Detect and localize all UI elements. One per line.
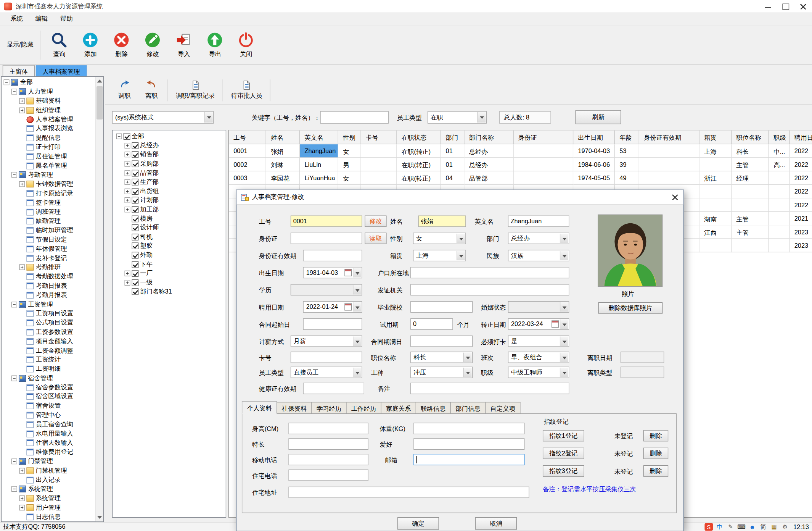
table-cell[interactable]: 2022 <box>790 158 812 171</box>
table-cell[interactable]: 中... <box>769 144 789 158</box>
dept-tree-item[interactable]: 全部 <box>114 132 224 141</box>
nav-tree-item[interactable]: 工资参数设置 <box>2 328 95 337</box>
table-cell[interactable]: 刘琳 <box>266 158 300 171</box>
dept-tree-item[interactable]: 加工部 <box>114 205 224 214</box>
column-header-1[interactable]: 姓名 <box>266 130 300 144</box>
nav-tree-item[interactable]: 缺勤管理 <box>2 216 95 226</box>
fingerprint-delete-button-3[interactable]: 删除 <box>643 465 668 477</box>
table-cell[interactable]: 1984-06-06 <box>573 158 615 171</box>
dept-tree-item[interactable]: 生产部 <box>114 178 224 187</box>
table-cell[interactable]: 0001 <box>229 144 266 158</box>
table-cell[interactable]: 总经办 <box>465 158 514 171</box>
nav-tree-item[interactable]: 年休假管理 <box>2 244 95 253</box>
tree-expander-icon[interactable] <box>124 152 130 158</box>
checkbox-checked-icon[interactable] <box>132 243 139 250</box>
dept-tree-item[interactable]: 下午 <box>114 260 224 269</box>
field-education[interactable] <box>291 284 362 295</box>
table-cell[interactable]: 04 <box>441 171 464 185</box>
nav-tree-item[interactable]: 人力管理 <box>2 87 95 96</box>
tree-expander-icon[interactable] <box>11 172 17 178</box>
field-issuer[interactable] <box>410 284 569 295</box>
table-cell[interactable]: LiYuanHua <box>300 171 338 185</box>
dept-tree-item[interactable]: 计划部 <box>114 196 224 205</box>
checkbox-checked-icon[interactable] <box>132 197 139 204</box>
dept-tree-item[interactable]: 司机 <box>114 232 224 242</box>
table-cell[interactable] <box>699 239 732 252</box>
table-cell[interactable] <box>514 158 573 171</box>
table-cell[interactable]: LiuLin <box>300 158 338 171</box>
table-cell[interactable]: 53 <box>615 144 639 158</box>
field-card_no[interactable] <box>291 352 362 363</box>
tree-expander-icon[interactable] <box>19 468 25 474</box>
dept-tree-item[interactable]: 部门名称31 <box>114 287 224 296</box>
employee-type-select[interactable]: 在职 <box>428 111 487 124</box>
table-cell[interactable] <box>769 185 789 198</box>
pfield-height[interactable] <box>288 423 368 434</box>
dialog-tab-6[interactable]: 部门信息 <box>451 402 486 414</box>
tree-expander-icon[interactable] <box>116 134 122 139</box>
column-header-6[interactable]: 部门 <box>441 130 464 144</box>
tree-expander-icon[interactable] <box>19 265 25 270</box>
table-cell[interactable]: 在职(转正) <box>397 158 441 171</box>
table-cell[interactable]: 浙江 <box>699 171 732 185</box>
cancel-button[interactable]: 取消 <box>475 517 517 530</box>
nav-tree-item[interactable]: 宿舍设置 <box>2 401 95 410</box>
checkbox-checked-icon[interactable] <box>132 206 139 213</box>
subtoolbar-button-0[interactable]: 调职 <box>111 78 138 102</box>
dept-tree-item[interactable]: 外勤 <box>114 251 224 260</box>
checkbox-checked-icon[interactable] <box>124 133 130 140</box>
format-select[interactable]: (sys)系统格式 <box>112 111 214 124</box>
table-cell[interactable]: 湖南 <box>699 212 732 225</box>
nav-tree-item[interactable]: 考勤数据处理 <box>2 272 95 281</box>
field-id_card[interactable] <box>291 232 362 244</box>
nav-tree-item[interactable]: 全部 <box>2 78 95 87</box>
checkbox-checked-icon[interactable] <box>132 188 139 195</box>
dept-tree-item[interactable]: 总经办 <box>114 141 224 150</box>
delete-photo-button[interactable]: 删除数据库照片 <box>598 302 663 314</box>
table-cell[interactable]: 在职(转正) <box>397 171 441 185</box>
nav-tree-item[interactable]: 临时加班管理 <box>2 226 95 235</box>
settings-gear-icon[interactable]: ⚙ <box>781 523 789 531</box>
menu-item-1[interactable]: 编辑 <box>29 13 54 26</box>
dialog-tab-4[interactable]: 家庭关系 <box>381 402 416 414</box>
column-header-14[interactable]: 职级 <box>769 130 789 144</box>
simplified-chinese-icon[interactable]: 简 <box>759 523 767 531</box>
field-regular_date[interactable]: 2022-03-24 <box>508 318 569 330</box>
field-contract_end[interactable] <box>410 336 473 347</box>
table-cell[interactable] <box>361 171 397 185</box>
field-remark[interactable] <box>410 383 569 394</box>
scroll-up-icon[interactable] <box>97 79 102 82</box>
column-header-8[interactable]: 身份证 <box>514 130 573 144</box>
user-icon[interactable]: ☻ <box>748 523 757 531</box>
column-header-0[interactable]: 工号 <box>229 130 266 144</box>
nav-tree-item[interactable]: 水电用量输入 <box>2 429 95 438</box>
refresh-button[interactable]: 刷新 <box>576 110 621 124</box>
nav-tree-item[interactable]: 提醒信息 <box>2 133 95 142</box>
checkbox-checked-icon[interactable] <box>132 234 139 240</box>
fingerprint-delete-button-1[interactable]: 删除 <box>643 430 668 441</box>
nav-tree-item[interactable]: 工资项目设置 <box>2 309 95 318</box>
field-health_valid[interactable] <box>303 383 364 394</box>
tree-expander-icon[interactable] <box>19 98 25 104</box>
table-cell[interactable] <box>699 185 732 198</box>
table-cell[interactable]: 男 <box>338 158 361 171</box>
fingerprint-register-button-1[interactable]: 指纹1登记 <box>543 430 584 441</box>
subtoolbar-button-1[interactable]: 离职 <box>138 78 165 102</box>
table-cell[interactable] <box>769 225 789 239</box>
tab-1[interactable]: 人事档案管理 <box>36 65 87 76</box>
modify-button[interactable]: 修改 <box>365 216 386 227</box>
field-marital[interactable] <box>508 301 569 313</box>
dept-tree-item[interactable]: 一级 <box>114 278 224 287</box>
field-native[interactable]: 上海 <box>413 250 466 261</box>
nav-tree-item[interactable]: 黑名单管理 <box>2 161 95 170</box>
scroll-down-icon[interactable] <box>97 516 102 519</box>
field-leave_type[interactable] <box>621 366 664 378</box>
scroll-thumb[interactable] <box>96 86 103 119</box>
table-row[interactable]: 0001张娟ZhangJuan女在职(转正)01总经办1970-04-0353上… <box>229 144 812 158</box>
handwriting-icon[interactable]: ✎ <box>727 523 735 531</box>
table-cell[interactable] <box>699 199 732 212</box>
pfield-specialty[interactable] <box>288 438 368 450</box>
field-emp_no[interactable] <box>291 216 362 227</box>
field-school[interactable] <box>410 301 473 313</box>
nav-tree-item[interactable]: 发补卡登记 <box>2 253 95 263</box>
